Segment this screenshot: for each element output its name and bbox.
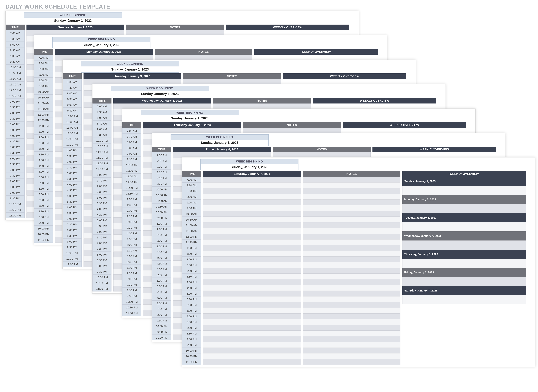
overview-day-header[interactable]: Friday, January 6, 2023: [402, 268, 526, 277]
time-cell: 4:00 PM: [152, 255, 171, 261]
grid-cell[interactable]: [303, 353, 400, 359]
grid-cell[interactable]: [303, 308, 400, 313]
grid-cell[interactable]: [303, 177, 400, 182]
overview-day-slot[interactable]: [402, 277, 526, 286]
overview-day-slot[interactable]: [402, 240, 526, 250]
grid-cell[interactable]: [303, 211, 400, 217]
grid-cell[interactable]: [55, 55, 153, 60]
grid-cell[interactable]: [203, 274, 301, 279]
grid-cell[interactable]: [203, 262, 301, 268]
overview-day-header[interactable]: Wednesday, January 4, 2023: [402, 231, 526, 240]
grid-cell[interactable]: [203, 245, 301, 251]
grid-cell[interactable]: [203, 222, 301, 228]
grid-cell[interactable]: [203, 182, 301, 188]
grid-cell[interactable]: [303, 325, 400, 331]
grid-cell[interactable]: [113, 103, 211, 109]
grid-cell[interactable]: [84, 79, 181, 85]
overview-day-slot[interactable]: [402, 259, 526, 268]
grid-cell[interactable]: [143, 128, 241, 134]
grid-cell[interactable]: [203, 308, 301, 313]
overview-day-header[interactable]: Tuesday, January 3, 2023: [402, 213, 526, 222]
grid-cell[interactable]: [303, 222, 400, 228]
grid-cell[interactable]: [303, 313, 400, 319]
grid-cell[interactable]: [203, 228, 301, 234]
grid-cell[interactable]: [303, 194, 400, 200]
grid-cell[interactable]: [203, 313, 301, 319]
grid-cell[interactable]: [203, 302, 301, 308]
grid-cell[interactable]: [303, 234, 400, 239]
grid-cell[interactable]: [203, 251, 301, 257]
grid-cell[interactable]: [303, 296, 400, 302]
grid-cell[interactable]: [303, 182, 400, 188]
overview-day-header[interactable]: Sunday, January 1, 2023: [402, 177, 526, 186]
header-time: TIME: [63, 73, 82, 79]
grid-cell[interactable]: [203, 359, 301, 365]
grid-cell[interactable]: [303, 331, 400, 336]
grid-cell[interactable]: [303, 228, 400, 234]
grid-cell[interactable]: [203, 348, 301, 353]
grid-cell[interactable]: [303, 319, 400, 325]
grid-cell[interactable]: [303, 285, 400, 291]
time-cell: 9:30 PM: [63, 244, 82, 250]
overview-day-slot[interactable]: [402, 186, 526, 195]
grid-cell[interactable]: [203, 342, 301, 348]
grid-cell[interactable]: [273, 152, 371, 158]
grid-cell[interactable]: [303, 342, 400, 348]
grid-cell[interactable]: [203, 177, 301, 182]
grid-cell[interactable]: [303, 200, 400, 205]
grid-cell[interactable]: [203, 325, 301, 331]
grid-cell[interactable]: [203, 194, 301, 200]
time-cell: 7:30 AM: [63, 85, 82, 90]
grid-cell[interactable]: [303, 239, 400, 245]
grid-cell[interactable]: [203, 285, 301, 291]
grid-cell[interactable]: [303, 291, 400, 296]
grid-cell[interactable]: [303, 336, 400, 342]
grid-cell[interactable]: [203, 319, 301, 325]
overview-day-header[interactable]: Monday, January 2, 2023: [402, 195, 526, 204]
grid-cell[interactable]: [213, 103, 311, 109]
time-cell: 2:00 PM: [152, 232, 171, 238]
grid-cell[interactable]: [203, 331, 301, 336]
grid-cell[interactable]: [203, 336, 301, 342]
grid-cell[interactable]: [303, 279, 400, 285]
week-beginning-box: WEEK BEGINNINGSunday, January 1, 2023: [171, 134, 269, 146]
grid-cell[interactable]: [243, 128, 341, 134]
grid-cell[interactable]: [203, 353, 301, 359]
grid-cell[interactable]: [203, 188, 301, 194]
grid-cell[interactable]: [303, 274, 400, 279]
grid-cell[interactable]: [203, 296, 301, 302]
grid-cell[interactable]: [303, 268, 400, 274]
grid-cell[interactable]: [303, 188, 400, 194]
grid-cell[interactable]: [303, 251, 400, 257]
grid-cell[interactable]: [155, 55, 252, 60]
grid-cell[interactable]: [303, 359, 400, 365]
grid-cell[interactable]: [303, 205, 400, 211]
grid-cell[interactable]: [303, 302, 400, 308]
overview-day-slot[interactable]: [402, 204, 526, 213]
grid-cell[interactable]: [303, 348, 400, 353]
overview-day-header[interactable]: Saturday, January 7, 2023: [402, 286, 526, 295]
grid-cell[interactable]: [203, 211, 301, 217]
time-cell: 8:00 AM: [122, 139, 141, 145]
grid-cell[interactable]: [26, 30, 124, 36]
grid-cell[interactable]: [203, 217, 301, 222]
grid-cell[interactable]: [203, 239, 301, 245]
grid-cell[interactable]: [173, 152, 271, 158]
time-cell: 3:00 PM: [34, 146, 53, 152]
grid-cell[interactable]: [203, 257, 301, 262]
grid-cell[interactable]: [303, 245, 400, 251]
grid-cell[interactable]: [203, 291, 301, 296]
grid-cell[interactable]: [183, 79, 281, 85]
grid-cell[interactable]: [303, 257, 400, 262]
grid-cell[interactable]: [303, 262, 400, 268]
grid-cell[interactable]: [203, 205, 301, 211]
grid-cell[interactable]: [126, 30, 224, 36]
grid-cell[interactable]: [303, 217, 400, 222]
grid-cell[interactable]: [203, 234, 301, 239]
overview-day-slot[interactable]: [402, 222, 526, 231]
overview-day-slot[interactable]: [402, 295, 526, 304]
grid-cell[interactable]: [203, 268, 301, 274]
overview-day-header[interactable]: Thursday, January 5, 2023: [402, 250, 526, 259]
grid-cell[interactable]: [203, 279, 301, 285]
grid-cell[interactable]: [203, 200, 301, 205]
